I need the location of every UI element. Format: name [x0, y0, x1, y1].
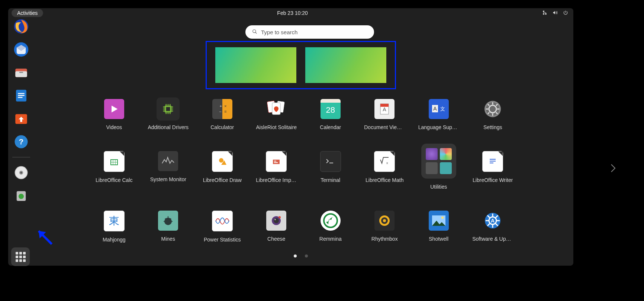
app-label: LibreOffice Writer: [473, 177, 513, 183]
svg-text:?: ?: [19, 137, 24, 146]
app-calculator[interactable]: + − × = Calculator: [195, 99, 249, 130]
top-bar: Activities Feb 23 10:20: [8, 8, 573, 18]
app-label: Language Support: [418, 124, 459, 130]
svg-text:−: −: [219, 109, 222, 114]
app-label: Document Viewer: [364, 124, 405, 130]
next-page-chevron[interactable]: [611, 164, 616, 175]
search-field[interactable]: Type to search: [245, 25, 374, 39]
dock-divider: [12, 157, 30, 157]
shotwell-icon: [431, 215, 446, 227]
system-tray[interactable]: [542, 10, 568, 16]
dock-item-help[interactable]: ?: [13, 134, 29, 150]
page-dot-2[interactable]: [305, 254, 308, 257]
power-icon[interactable]: [563, 10, 568, 16]
svg-point-59: [441, 217, 444, 219]
svg-rect-0: [543, 10, 544, 12]
app-label: Terminal: [321, 177, 340, 183]
app-label: Mines: [161, 236, 175, 242]
app-label: Calendar: [320, 124, 341, 130]
power-stats-icon: [215, 215, 230, 227]
app-label: System Monitor: [150, 176, 186, 182]
app-rhythmbox[interactable]: Rhythmbox: [358, 211, 412, 243]
svg-rect-10: [18, 95, 25, 96]
dock-item-thunderbird[interactable]: [13, 42, 29, 57]
dock-item-ubuntu-software[interactable]: [13, 111, 29, 127]
app-document-viewer[interactable]: A Document Viewer: [358, 99, 412, 130]
impress-icon: [271, 157, 281, 166]
cards-icon: [266, 99, 286, 119]
app-system-monitor[interactable]: System Monitor: [141, 151, 196, 190]
svg-rect-46: [490, 159, 496, 160]
svg-point-18: [20, 172, 22, 173]
dock-item-files[interactable]: [13, 65, 29, 80]
app-label: Remmina: [319, 236, 342, 242]
page-dot-1[interactable]: [294, 254, 297, 257]
app-mines[interactable]: Mines: [141, 211, 196, 243]
svg-point-54: [324, 214, 337, 227]
remmina-icon: [323, 213, 338, 228]
app-settings[interactable]: Settings: [466, 99, 520, 130]
dock: ?: [10, 19, 33, 204]
mahjongg-icon: 東: [109, 214, 119, 228]
dock-item-writer[interactable]: [13, 88, 29, 103]
app-aisleriot[interactable]: AisleRiot Solitaire: [249, 99, 304, 130]
show-applications-button[interactable]: [11, 247, 30, 266]
app-label: LibreOffice Draw: [203, 177, 242, 183]
svg-point-53: [278, 216, 281, 218]
app-label: AisleRiot Solitaire: [256, 124, 297, 130]
document-icon: A: [379, 102, 390, 116]
page-indicator[interactable]: [294, 254, 308, 257]
svg-text:+: +: [219, 104, 222, 108]
svg-rect-43: [274, 161, 276, 161]
workspace-thumb-1[interactable]: [215, 47, 296, 83]
app-cheese[interactable]: Cheese: [249, 211, 304, 243]
network-wired-icon[interactable]: [542, 10, 547, 16]
svg-rect-47: [490, 161, 496, 161]
app-language-support[interactable]: A 文 Language Support: [412, 99, 466, 130]
calendar-icon: 28: [326, 105, 335, 115]
app-remmina[interactable]: Remmina: [303, 211, 358, 243]
app-label: Settings: [483, 124, 502, 130]
svg-point-20: [253, 29, 256, 32]
app-calendar[interactable]: 28 Calendar: [303, 99, 358, 130]
svg-rect-44: [274, 162, 278, 163]
svg-rect-1: [545, 13, 547, 15]
app-terminal[interactable]: Terminal: [303, 151, 358, 190]
search-placeholder: Type to search: [261, 29, 297, 35]
dock-item-firefox[interactable]: [13, 19, 29, 34]
monitor-icon: [161, 156, 175, 166]
volume-icon[interactable]: [553, 10, 558, 16]
svg-point-57: [383, 219, 386, 222]
svg-rect-11: [18, 97, 22, 98]
workspace-thumb-2[interactable]: [305, 47, 386, 83]
svg-text:x: x: [386, 161, 388, 165]
app-libreoffice-impress[interactable]: LibreOffice Impress: [249, 151, 304, 190]
terminal-icon: [325, 157, 336, 166]
svg-point-41: [219, 158, 223, 163]
dock-item-trash[interactable]: [13, 188, 29, 204]
app-power-statistics[interactable]: Power Statistics: [195, 211, 249, 243]
app-shotwell[interactable]: Shotwell: [412, 211, 466, 243]
app-libreoffice-draw[interactable]: LibreOffice Draw: [195, 151, 249, 190]
app-additional-drivers[interactable]: Additional Drivers: [141, 99, 196, 130]
app-label: LibreOffice Impress: [256, 177, 297, 183]
svg-rect-48: [490, 163, 493, 163]
app-libreoffice-writer[interactable]: LibreOffice Writer: [466, 151, 520, 190]
workspace-switcher[interactable]: [206, 41, 396, 89]
grid-icon: [16, 252, 26, 262]
app-software-updates[interactable]: A Software & Updates: [466, 211, 520, 243]
dock-item-disc[interactable]: [13, 165, 29, 180]
app-label: Software & Updates: [472, 236, 513, 242]
folder-utilities-icon: [421, 144, 456, 179]
app-videos[interactable]: Videos: [87, 99, 141, 130]
app-libreoffice-math[interactable]: x LibreOffice Math: [358, 151, 412, 190]
app-folder-utilities[interactable]: Utilities: [412, 151, 466, 190]
settings-icon: [484, 100, 502, 118]
software-updates-icon: A: [484, 212, 501, 229]
app-libreoffice-calc[interactable]: LibreOffice Calc: [87, 151, 141, 190]
svg-text:文: 文: [440, 106, 445, 112]
clock-label[interactable]: Feb 23 10:20: [277, 10, 308, 16]
svg-text:A: A: [383, 106, 387, 112]
activities-button[interactable]: Activities: [12, 9, 43, 17]
app-mahjongg[interactable]: 東 Mahjongg: [87, 211, 141, 243]
